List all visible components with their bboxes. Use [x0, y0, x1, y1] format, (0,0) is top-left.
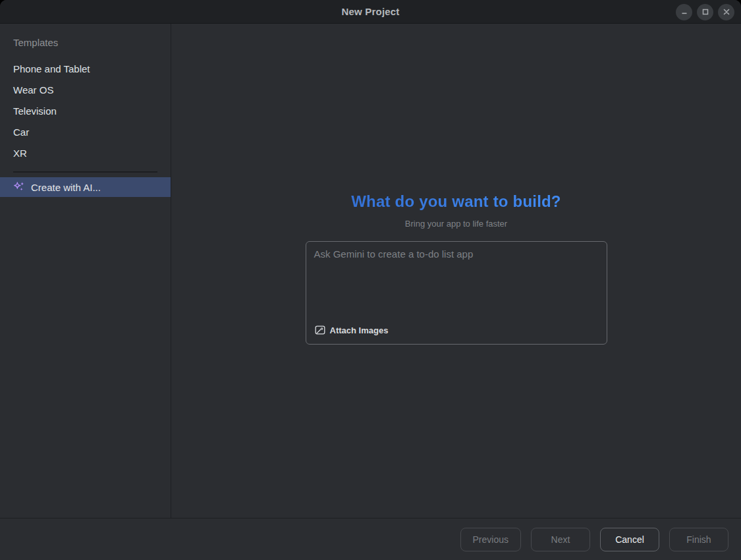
gemini-prompt-input[interactable] — [306, 242, 607, 323]
sidebar-item-television[interactable]: Television — [0, 101, 171, 122]
templates-sidebar: Templates Phone and Tablet Wear OS Telev… — [0, 24, 171, 518]
close-button[interactable] — [718, 4, 734, 20]
create-with-ai-panel: What do you want to build? Bring your ap… — [171, 24, 741, 518]
page-title: What do you want to build? — [351, 192, 561, 211]
cancel-button[interactable]: Cancel — [600, 528, 659, 551]
gemini-sparkle-icon — [13, 181, 25, 193]
templates-section-label: Templates — [0, 36, 171, 50]
image-icon — [315, 325, 325, 335]
maximize-button[interactable] — [697, 4, 713, 20]
sidebar-divider — [13, 171, 157, 173]
window-title: New Project — [341, 6, 399, 17]
finish-button[interactable]: Finish — [669, 528, 728, 551]
sidebar-item-phone-and-tablet[interactable]: Phone and Tablet — [0, 59, 171, 80]
sidebar-item-create-with-ai-label: Create with AI... — [31, 182, 101, 193]
next-button[interactable]: Next — [531, 528, 590, 551]
minimize-button[interactable] — [676, 4, 692, 20]
wizard-footer: Previous Next Cancel Finish — [0, 518, 741, 560]
attach-row: Attach Images — [306, 323, 607, 344]
window-controls — [676, 0, 734, 24]
sidebar-item-wear-os[interactable]: Wear OS — [0, 80, 171, 101]
new-project-dialog: New Project Templates Phone and Tablet W… — [0, 0, 741, 560]
attach-images-label: Attach Images — [330, 325, 389, 335]
page-subtitle: Bring your app to life faster — [405, 219, 507, 229]
previous-button[interactable]: Previous — [460, 528, 521, 551]
sidebar-item-xr[interactable]: XR — [0, 143, 171, 164]
attach-images-button[interactable]: Attach Images — [313, 323, 391, 337]
minimize-icon — [681, 9, 688, 15]
gemini-prompt-box: Attach Images — [306, 241, 607, 345]
sidebar-item-car[interactable]: Car — [0, 122, 171, 143]
close-icon — [723, 9, 730, 15]
sidebar-item-create-with-ai[interactable]: Create with AI... — [0, 177, 171, 197]
maximize-icon — [702, 9, 709, 15]
titlebar: New Project — [0, 0, 741, 24]
